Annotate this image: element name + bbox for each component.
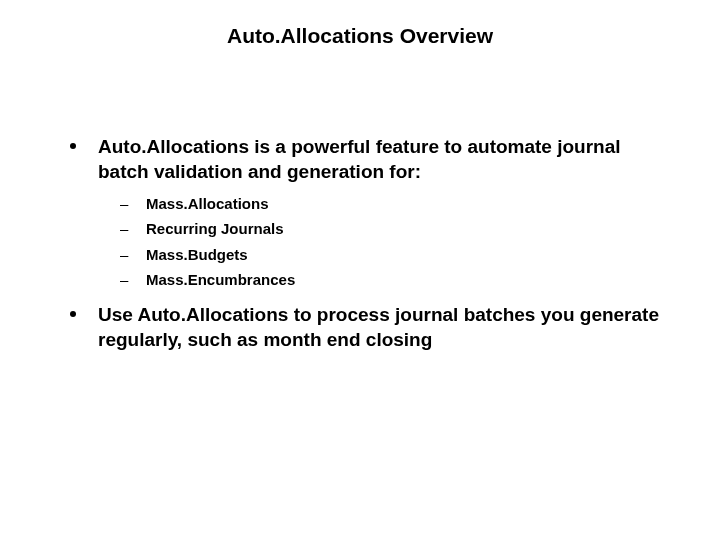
sublist-text: Recurring Journals bbox=[146, 218, 284, 241]
dash-marker: – bbox=[120, 193, 146, 216]
page-title: Auto.Allocations Overview bbox=[0, 24, 720, 48]
dash-marker: – bbox=[120, 244, 146, 267]
bullet-marker bbox=[70, 311, 76, 317]
bullet-item: Auto.Allocations is a powerful feature t… bbox=[70, 134, 670, 185]
bullet-marker bbox=[70, 143, 76, 149]
sublist-item: – Recurring Journals bbox=[120, 218, 670, 241]
sublist-text: Mass.Allocations bbox=[146, 193, 269, 216]
sublist-item: – Mass.Encumbrances bbox=[120, 269, 670, 292]
sublist-text: Mass.Encumbrances bbox=[146, 269, 295, 292]
sublist-text: Mass.Budgets bbox=[146, 244, 248, 267]
sublist-item: – Mass.Allocations bbox=[120, 193, 670, 216]
content-area: Auto.Allocations is a powerful feature t… bbox=[0, 134, 720, 352]
bullet-item: Use Auto.Allocations to process journal … bbox=[70, 302, 670, 353]
dash-marker: – bbox=[120, 218, 146, 241]
dash-marker: – bbox=[120, 269, 146, 292]
bullet-text: Use Auto.Allocations to process journal … bbox=[98, 302, 670, 353]
sublist-item: – Mass.Budgets bbox=[120, 244, 670, 267]
sublist: – Mass.Allocations – Recurring Journals … bbox=[70, 193, 670, 292]
bullet-text: Auto.Allocations is a powerful feature t… bbox=[98, 134, 670, 185]
